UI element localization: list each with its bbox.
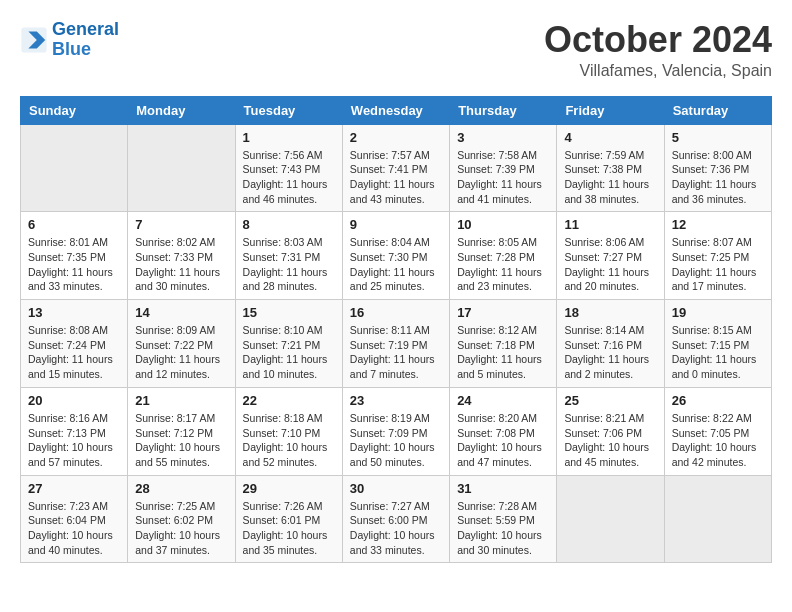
- day-number: 5: [672, 130, 764, 145]
- table-row: 10Sunrise: 8:05 AM Sunset: 7:28 PM Dayli…: [450, 212, 557, 300]
- location-title: Villafames, Valencia, Spain: [544, 62, 772, 80]
- calendar-table: Sunday Monday Tuesday Wednesday Thursday…: [20, 96, 772, 564]
- table-row: 16Sunrise: 8:11 AM Sunset: 7:19 PM Dayli…: [342, 300, 449, 388]
- table-row: [21, 124, 128, 212]
- table-row: 5Sunrise: 8:00 AM Sunset: 7:36 PM Daylig…: [664, 124, 771, 212]
- day-info: Sunrise: 8:06 AM Sunset: 7:27 PM Dayligh…: [564, 235, 656, 294]
- day-number: 30: [350, 481, 442, 496]
- day-number: 13: [28, 305, 120, 320]
- day-info: Sunrise: 8:07 AM Sunset: 7:25 PM Dayligh…: [672, 235, 764, 294]
- table-row: 7Sunrise: 8:02 AM Sunset: 7:33 PM Daylig…: [128, 212, 235, 300]
- day-number: 18: [564, 305, 656, 320]
- day-number: 14: [135, 305, 227, 320]
- calendar-week-2: 6Sunrise: 8:01 AM Sunset: 7:35 PM Daylig…: [21, 212, 772, 300]
- day-number: 10: [457, 217, 549, 232]
- day-number: 31: [457, 481, 549, 496]
- table-row: 26Sunrise: 8:22 AM Sunset: 7:05 PM Dayli…: [664, 387, 771, 475]
- day-number: 15: [243, 305, 335, 320]
- day-number: 2: [350, 130, 442, 145]
- day-number: 23: [350, 393, 442, 408]
- col-tuesday: Tuesday: [235, 96, 342, 124]
- table-row: 27Sunrise: 7:23 AM Sunset: 6:04 PM Dayli…: [21, 475, 128, 563]
- day-number: 27: [28, 481, 120, 496]
- table-row: 13Sunrise: 8:08 AM Sunset: 7:24 PM Dayli…: [21, 300, 128, 388]
- table-row: 21Sunrise: 8:17 AM Sunset: 7:12 PM Dayli…: [128, 387, 235, 475]
- table-row: 9Sunrise: 8:04 AM Sunset: 7:30 PM Daylig…: [342, 212, 449, 300]
- table-row: 29Sunrise: 7:26 AM Sunset: 6:01 PM Dayli…: [235, 475, 342, 563]
- table-row: 2Sunrise: 7:57 AM Sunset: 7:41 PM Daylig…: [342, 124, 449, 212]
- day-info: Sunrise: 8:05 AM Sunset: 7:28 PM Dayligh…: [457, 235, 549, 294]
- table-row: 19Sunrise: 8:15 AM Sunset: 7:15 PM Dayli…: [664, 300, 771, 388]
- day-info: Sunrise: 8:09 AM Sunset: 7:22 PM Dayligh…: [135, 323, 227, 382]
- day-info: Sunrise: 8:08 AM Sunset: 7:24 PM Dayligh…: [28, 323, 120, 382]
- table-row: [128, 124, 235, 212]
- day-number: 26: [672, 393, 764, 408]
- day-info: Sunrise: 8:16 AM Sunset: 7:13 PM Dayligh…: [28, 411, 120, 470]
- day-number: 25: [564, 393, 656, 408]
- day-info: Sunrise: 8:18 AM Sunset: 7:10 PM Dayligh…: [243, 411, 335, 470]
- title-block: October 2024 Villafames, Valencia, Spain: [544, 20, 772, 80]
- day-number: 28: [135, 481, 227, 496]
- day-info: Sunrise: 8:19 AM Sunset: 7:09 PM Dayligh…: [350, 411, 442, 470]
- table-row: 8Sunrise: 8:03 AM Sunset: 7:31 PM Daylig…: [235, 212, 342, 300]
- day-number: 3: [457, 130, 549, 145]
- day-number: 11: [564, 217, 656, 232]
- calendar-week-1: 1Sunrise: 7:56 AM Sunset: 7:43 PM Daylig…: [21, 124, 772, 212]
- table-row: 20Sunrise: 8:16 AM Sunset: 7:13 PM Dayli…: [21, 387, 128, 475]
- day-info: Sunrise: 7:58 AM Sunset: 7:39 PM Dayligh…: [457, 148, 549, 207]
- month-title: October 2024: [544, 20, 772, 60]
- logo-text: General Blue: [52, 20, 119, 60]
- table-row: 30Sunrise: 7:27 AM Sunset: 6:00 PM Dayli…: [342, 475, 449, 563]
- day-info: Sunrise: 8:02 AM Sunset: 7:33 PM Dayligh…: [135, 235, 227, 294]
- table-row: 6Sunrise: 8:01 AM Sunset: 7:35 PM Daylig…: [21, 212, 128, 300]
- day-info: Sunrise: 8:15 AM Sunset: 7:15 PM Dayligh…: [672, 323, 764, 382]
- table-row: 28Sunrise: 7:25 AM Sunset: 6:02 PM Dayli…: [128, 475, 235, 563]
- table-row: 17Sunrise: 8:12 AM Sunset: 7:18 PM Dayli…: [450, 300, 557, 388]
- day-number: 17: [457, 305, 549, 320]
- day-number: 21: [135, 393, 227, 408]
- col-monday: Monday: [128, 96, 235, 124]
- table-row: 15Sunrise: 8:10 AM Sunset: 7:21 PM Dayli…: [235, 300, 342, 388]
- day-number: 6: [28, 217, 120, 232]
- day-info: Sunrise: 8:14 AM Sunset: 7:16 PM Dayligh…: [564, 323, 656, 382]
- col-saturday: Saturday: [664, 96, 771, 124]
- table-row: 1Sunrise: 7:56 AM Sunset: 7:43 PM Daylig…: [235, 124, 342, 212]
- day-number: 7: [135, 217, 227, 232]
- day-info: Sunrise: 8:12 AM Sunset: 7:18 PM Dayligh…: [457, 323, 549, 382]
- col-wednesday: Wednesday: [342, 96, 449, 124]
- day-info: Sunrise: 7:59 AM Sunset: 7:38 PM Dayligh…: [564, 148, 656, 207]
- table-row: 4Sunrise: 7:59 AM Sunset: 7:38 PM Daylig…: [557, 124, 664, 212]
- day-number: 8: [243, 217, 335, 232]
- day-info: Sunrise: 7:27 AM Sunset: 6:00 PM Dayligh…: [350, 499, 442, 558]
- logo: General Blue: [20, 20, 119, 60]
- day-info: Sunrise: 8:00 AM Sunset: 7:36 PM Dayligh…: [672, 148, 764, 207]
- day-info: Sunrise: 7:26 AM Sunset: 6:01 PM Dayligh…: [243, 499, 335, 558]
- day-info: Sunrise: 8:03 AM Sunset: 7:31 PM Dayligh…: [243, 235, 335, 294]
- col-thursday: Thursday: [450, 96, 557, 124]
- page-header: General Blue October 2024 Villafames, Va…: [20, 20, 772, 80]
- day-info: Sunrise: 8:22 AM Sunset: 7:05 PM Dayligh…: [672, 411, 764, 470]
- calendar-week-4: 20Sunrise: 8:16 AM Sunset: 7:13 PM Dayli…: [21, 387, 772, 475]
- col-sunday: Sunday: [21, 96, 128, 124]
- day-number: 24: [457, 393, 549, 408]
- table-row: 22Sunrise: 8:18 AM Sunset: 7:10 PM Dayli…: [235, 387, 342, 475]
- table-row: 18Sunrise: 8:14 AM Sunset: 7:16 PM Dayli…: [557, 300, 664, 388]
- calendar-header-row: Sunday Monday Tuesday Wednesday Thursday…: [21, 96, 772, 124]
- table-row: 3Sunrise: 7:58 AM Sunset: 7:39 PM Daylig…: [450, 124, 557, 212]
- day-number: 19: [672, 305, 764, 320]
- table-row: 25Sunrise: 8:21 AM Sunset: 7:06 PM Dayli…: [557, 387, 664, 475]
- calendar-week-3: 13Sunrise: 8:08 AM Sunset: 7:24 PM Dayli…: [21, 300, 772, 388]
- day-number: 9: [350, 217, 442, 232]
- day-info: Sunrise: 7:23 AM Sunset: 6:04 PM Dayligh…: [28, 499, 120, 558]
- day-info: Sunrise: 7:25 AM Sunset: 6:02 PM Dayligh…: [135, 499, 227, 558]
- day-number: 22: [243, 393, 335, 408]
- calendar-week-5: 27Sunrise: 7:23 AM Sunset: 6:04 PM Dayli…: [21, 475, 772, 563]
- table-row: 31Sunrise: 7:28 AM Sunset: 5:59 PM Dayli…: [450, 475, 557, 563]
- day-info: Sunrise: 8:10 AM Sunset: 7:21 PM Dayligh…: [243, 323, 335, 382]
- day-info: Sunrise: 7:56 AM Sunset: 7:43 PM Dayligh…: [243, 148, 335, 207]
- table-row: 14Sunrise: 8:09 AM Sunset: 7:22 PM Dayli…: [128, 300, 235, 388]
- day-number: 20: [28, 393, 120, 408]
- day-info: Sunrise: 7:57 AM Sunset: 7:41 PM Dayligh…: [350, 148, 442, 207]
- table-row: 11Sunrise: 8:06 AM Sunset: 7:27 PM Dayli…: [557, 212, 664, 300]
- logo-icon: [20, 26, 48, 54]
